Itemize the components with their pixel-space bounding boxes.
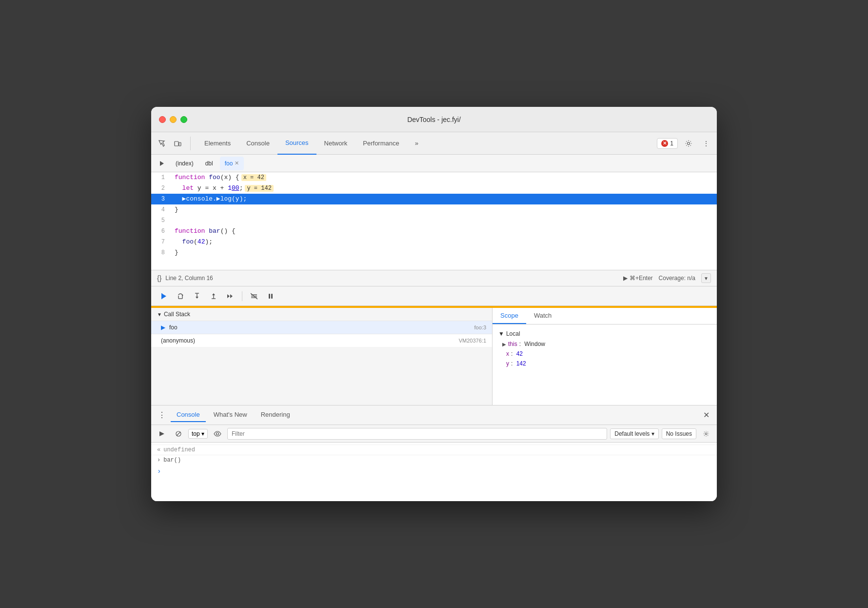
deactivate-breakpoints-btn[interactable] bbox=[247, 289, 261, 303]
default-levels-btn[interactable]: Default levels ▾ bbox=[610, 428, 658, 439]
traffic-lights bbox=[159, 116, 187, 123]
minimize-button[interactable] bbox=[170, 116, 177, 123]
sources-panel-toggle[interactable] bbox=[155, 157, 169, 170]
toolbar-divider bbox=[242, 291, 242, 301]
code-line-1: 1 function foo(x) {x = 42 bbox=[151, 172, 717, 183]
close-button[interactable] bbox=[159, 116, 166, 123]
console-toolbar: top ▾ Default levels ▾ No Issues bbox=[151, 425, 717, 443]
frame-name-anon: (anonymous) bbox=[161, 337, 459, 344]
status-bar: {} Line 2, Column 16 ▶ ⌘+Enter Coverage:… bbox=[151, 270, 717, 286]
settings-icon[interactable] bbox=[682, 137, 695, 150]
active-frame-icon: ▶ bbox=[161, 324, 165, 331]
tab-sources[interactable]: Sources bbox=[277, 132, 316, 155]
device-toggle-icon[interactable] bbox=[171, 137, 184, 150]
svg-rect-23 bbox=[271, 294, 273, 299]
more-options-icon[interactable]: ⋮ bbox=[699, 137, 713, 150]
inspect-element-icon[interactable] bbox=[155, 137, 169, 150]
expand-bar-icon: › bbox=[157, 457, 160, 464]
console-tab-bar: ⋮ Console What's New Rendering ✕ bbox=[151, 405, 717, 425]
sources-file-tabs: (index) dbl foo ✕ bbox=[151, 155, 717, 172]
eye-icon[interactable] bbox=[211, 427, 224, 441]
tab-watch[interactable]: Watch bbox=[526, 308, 559, 324]
run-snippet-btn[interactable]: ▶ ⌘+Enter bbox=[623, 275, 653, 282]
step-out-btn[interactable] bbox=[207, 289, 220, 303]
local-arrow: ▼ bbox=[498, 330, 504, 337]
code-line-6: 6 function bar() { bbox=[151, 226, 717, 237]
svg-marker-3 bbox=[160, 161, 164, 166]
tab-whats-new[interactable]: What's New bbox=[208, 408, 253, 422]
scope-this-item[interactable]: ▶ this : Window bbox=[493, 339, 717, 349]
scope-y-item: y : 142 bbox=[493, 359, 717, 368]
main-split-panel: ▼ Call Stack ▶ foo foo:3 (anonymous) VM2… bbox=[151, 308, 717, 405]
block-icon[interactable] bbox=[172, 427, 185, 441]
file-tab-foo[interactable]: foo ✕ bbox=[220, 157, 244, 170]
step-over-btn[interactable] bbox=[174, 289, 187, 303]
title-bar: DevTools - jec.fyi/ bbox=[151, 107, 717, 132]
code-line-8: 8 } bbox=[151, 247, 717, 258]
tab-network[interactable]: Network bbox=[316, 132, 355, 155]
svg-rect-1 bbox=[179, 142, 181, 146]
context-selector[interactable]: top ▾ bbox=[188, 429, 208, 439]
output-undefined: undefined bbox=[163, 446, 195, 453]
svg-rect-0 bbox=[175, 142, 178, 146]
code-line-7: 7 foo(42); bbox=[151, 237, 717, 247]
frame-loc-anon: VM20376:1 bbox=[459, 338, 486, 344]
call-stack-header[interactable]: ▼ Call Stack bbox=[151, 308, 492, 321]
local-label: Local bbox=[506, 330, 520, 337]
coverage-dropdown[interactable]: ▼ bbox=[701, 273, 711, 283]
coverage-label: Coverage: n/a bbox=[659, 275, 695, 282]
console-close-btn[interactable]: ✕ bbox=[699, 408, 713, 422]
console-more-options[interactable]: ⋮ bbox=[155, 408, 169, 422]
svg-marker-14 bbox=[212, 293, 215, 295]
call-stack-label: Call Stack bbox=[164, 311, 190, 318]
tab-console[interactable]: Console bbox=[238, 132, 277, 155]
cursor-position: Line 2, Column 16 bbox=[165, 275, 213, 282]
tab-bar-actions: ✕ 1 ⋮ bbox=[657, 137, 713, 150]
call-stack-item-anonymous[interactable]: (anonymous) VM20376:1 bbox=[151, 334, 492, 347]
code-editor[interactable]: 1 function foo(x) {x = 42 2 let y = x + … bbox=[151, 172, 717, 270]
maximize-button[interactable] bbox=[180, 116, 187, 123]
step-into-btn[interactable] bbox=[190, 289, 204, 303]
devtools-window: DevTools - jec.fyi/ Elements Console Sou bbox=[151, 107, 717, 501]
scope-tab-bar: Scope Watch bbox=[493, 308, 717, 324]
tab-performance[interactable]: Performance bbox=[355, 132, 407, 155]
file-tab-close[interactable]: ✕ bbox=[235, 160, 239, 166]
window-title: DevTools - jec.fyi/ bbox=[407, 116, 461, 123]
svg-marker-11 bbox=[196, 297, 198, 299]
scope-x-item: x : 42 bbox=[493, 349, 717, 359]
svg-point-2 bbox=[688, 142, 690, 144]
pause-on-exceptions-btn[interactable] bbox=[264, 289, 277, 303]
error-icon: ✕ bbox=[661, 140, 668, 147]
file-tab-dbl[interactable]: dbl bbox=[200, 157, 218, 170]
resume-btn[interactable] bbox=[157, 289, 171, 303]
console-settings-icon[interactable] bbox=[699, 427, 713, 441]
console-filter-input[interactable] bbox=[227, 428, 607, 440]
scope-body: ▼ Local ▶ this : Window x : 42 y : bbox=[493, 324, 717, 372]
console-panel: ⋮ Console What's New Rendering ✕ bbox=[151, 405, 717, 501]
code-line-5: 5 bbox=[151, 215, 717, 226]
tab-rendering[interactable]: Rendering bbox=[255, 408, 296, 422]
code-line-3: 3 ▶console.▶log(y); bbox=[151, 194, 717, 204]
tab-more[interactable]: » bbox=[407, 132, 426, 155]
tab-elements[interactable]: Elements bbox=[197, 132, 238, 155]
format-icon[interactable]: {} bbox=[157, 274, 161, 282]
code-line-4: 4 } bbox=[151, 204, 717, 215]
scope-panel: Scope Watch ▼ Local ▶ this : Window bbox=[493, 308, 717, 405]
devtools-icon-group bbox=[155, 137, 191, 150]
no-issues-btn[interactable]: No Issues bbox=[662, 428, 696, 439]
clear-console-icon[interactable] bbox=[155, 427, 169, 441]
scope-local-header[interactable]: ▼ Local bbox=[493, 328, 717, 339]
frame-loc-foo: foo:3 bbox=[474, 324, 486, 330]
svg-point-27 bbox=[217, 432, 219, 435]
svg-marker-17 bbox=[230, 294, 233, 298]
call-stack-item-foo[interactable]: ▶ foo foo:3 bbox=[151, 321, 492, 334]
console-row-bar[interactable]: › bar() bbox=[151, 455, 717, 465]
code-line-2: 2 let y = x + 100;y = 142 bbox=[151, 183, 717, 194]
file-tab-index[interactable]: (index) bbox=[171, 157, 198, 170]
tab-console-main[interactable]: Console bbox=[171, 408, 206, 422]
tab-scope[interactable]: Scope bbox=[493, 308, 526, 324]
step-btn[interactable] bbox=[223, 289, 237, 303]
svg-marker-16 bbox=[227, 294, 230, 298]
svg-marker-24 bbox=[159, 431, 164, 436]
error-badge[interactable]: ✕ 1 bbox=[657, 138, 678, 149]
